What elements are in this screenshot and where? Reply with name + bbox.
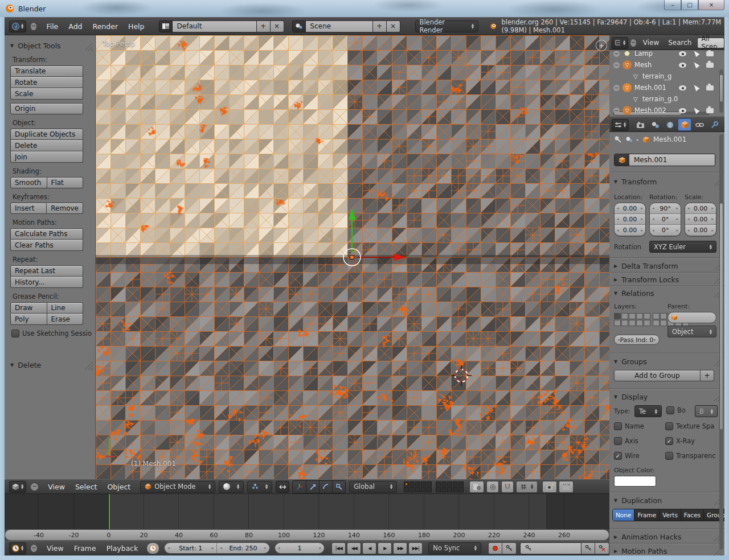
scale-gizmo-icon[interactable] [332, 481, 345, 493]
duplication-faces-option[interactable]: Faces [681, 509, 704, 521]
relations-panel-header[interactable]: ▼ Relations [609, 287, 724, 299]
tab-constraints[interactable] [693, 118, 706, 131]
tab-object[interactable] [678, 118, 691, 131]
scene-icon[interactable] [292, 20, 306, 32]
repeat-last-button[interactable]: Repeat Last [10, 265, 83, 277]
previous-keyframe-button[interactable]: ◀◀ [347, 542, 361, 554]
display-axis-checkbox[interactable]: ✓ Axis [614, 437, 638, 445]
view3d-menu-object[interactable]: Object [102, 483, 136, 491]
object-color-swatch[interactable] [614, 476, 656, 487]
origin-button[interactable]: Origin [10, 103, 83, 114]
view3d-menu-view[interactable]: View [43, 483, 70, 491]
timeline-menu-frame[interactable]: Frame [69, 544, 101, 553]
play-reverse-button[interactable]: ◀ [362, 542, 376, 554]
outliner-row-mesh[interactable]: − ▽ Mesh [609, 59, 724, 71]
tab-world[interactable] [663, 118, 677, 131]
collapse-icon[interactable]: − [613, 85, 620, 91]
smooth-button[interactable]: Smooth [10, 177, 47, 188]
render-opengl-camera-icon[interactable] [542, 481, 557, 493]
gp-poly-button[interactable]: Poly [10, 314, 47, 325]
timeline-ruler[interactable]: -40-200204060801001201401601802002202402… [5, 529, 609, 541]
render-opengl-animation-icon[interactable] [559, 481, 574, 493]
proportional-edit-icon[interactable]: ◎ [486, 481, 499, 493]
add-scene-button[interactable]: + [373, 20, 387, 32]
transform-locks-panel-header[interactable]: ▶ Transform Locks [609, 273, 724, 286]
lock-to-scene-icon[interactable] [469, 481, 484, 493]
editor-type-selector[interactable]: ▲▼ [9, 542, 26, 554]
delta-transform-panel-header[interactable]: ▶ Delta Transform [609, 260, 724, 272]
scale-button[interactable]: Scale [10, 88, 83, 100]
scale-y-field[interactable]: 0.00 [685, 214, 716, 225]
collapse-menus-icon[interactable]: − [31, 23, 36, 30]
properties-scrollbar[interactable] [719, 134, 723, 550]
renderability-camera-icon[interactable] [706, 63, 714, 68]
rotate-gizmo-icon[interactable] [319, 481, 332, 493]
menu-help[interactable]: Help [123, 22, 150, 31]
add-layout-button[interactable]: + [257, 20, 271, 32]
close-button[interactable]: × [698, 0, 724, 10]
gp-draw-button[interactable]: Draw [10, 302, 47, 314]
remove-keyframe-button[interactable]: Remove [47, 203, 83, 214]
outliner-row-mesh-001[interactable]: − ▽ Mesh.001 [609, 82, 724, 93]
scale-x-field[interactable]: 0.00 [685, 203, 716, 214]
visibility-eye-icon[interactable] [679, 51, 686, 56]
translate-gizmo-icon[interactable] [306, 481, 319, 493]
display-texture-space-checkbox[interactable]: ✓ Texture Spa [665, 422, 714, 430]
motion-paths-panel-header[interactable]: ▶ Motion Paths [609, 545, 724, 555]
pin-icon[interactable] [614, 135, 622, 143]
menu-render[interactable]: Render [88, 22, 124, 31]
show-properties-region-button[interactable]: + [596, 40, 607, 51]
titlebar[interactable]: Blender – □ × [0, 0, 729, 17]
history-button[interactable]: History... [10, 277, 83, 288]
viewport-3d[interactable]: Top Persp (1) Mesh.001 + [96, 35, 609, 479]
insert-keyframe-icon[interactable] [581, 542, 595, 554]
current-frame-field[interactable]: 1 [275, 543, 325, 553]
visibility-eye-icon[interactable] [679, 85, 686, 90]
translate-manipulator[interactable] [301, 195, 415, 274]
start-frame-field[interactable]: Start: 1 [165, 543, 217, 553]
collapse-menus-icon[interactable]: − [31, 483, 38, 491]
outliner-row-terrain-g[interactable]: ▽ terrain_g [609, 71, 724, 82]
parent-object-field[interactable] [667, 312, 716, 323]
layers-grid-left[interactable] [614, 313, 650, 326]
selectability-cursor-icon[interactable] [692, 106, 699, 114]
calculate-paths-button[interactable]: Calculate Paths [10, 228, 83, 240]
scene-icon[interactable] [625, 136, 633, 143]
layout-name-field[interactable]: Default [173, 20, 257, 32]
menu-add[interactable]: Add [63, 22, 87, 31]
selectability-cursor-icon[interactable] [692, 50, 699, 57]
groups-panel-header[interactable]: ▼ Groups [609, 355, 724, 368]
outliner-menu-search[interactable]: Search [664, 39, 696, 47]
axis-gizmo-icon[interactable] [293, 481, 306, 493]
outliner-menu-view[interactable]: View [638, 39, 664, 47]
delete-button[interactable]: Delete [10, 140, 83, 151]
location-z-field[interactable]: 0.00 [615, 225, 645, 236]
visibility-eye-icon[interactable] [679, 63, 686, 68]
renderability-camera-icon[interactable] [706, 108, 714, 113]
viewport-layers-grid-left[interactable] [404, 481, 432, 492]
display-panel-header[interactable]: ▼ Display [609, 390, 724, 403]
join-button[interactable]: Join [10, 151, 83, 163]
clear-paths-button[interactable]: Clear Paths [10, 240, 83, 251]
rotation-mode-dropdown[interactable]: XYZ Euler ▲▼ [649, 241, 716, 253]
collapse-icon[interactable]: − [613, 51, 620, 57]
tab-scene[interactable] [648, 118, 662, 131]
maximize-button[interactable]: □ [681, 0, 698, 10]
editor-type-selector[interactable]: ▲▼ [612, 119, 629, 131]
outliner-scope-dropdown[interactable]: All Scen [697, 38, 724, 48]
collapse-icon[interactable]: − [613, 108, 620, 114]
object-tools-panel-header[interactable]: ▼ Object Tools [5, 40, 95, 51]
outliner-row-mesh-002[interactable]: − ▽ Mesh.002 [609, 105, 724, 116]
pivot-point-dropdown[interactable]: ▲▼ [247, 481, 272, 493]
display-type-dropdown[interactable]: Te ▲▼ [634, 405, 662, 417]
rotation-z-field[interactable]: 0° [650, 225, 681, 236]
scale-z-field[interactable]: 0.00 [685, 225, 716, 236]
breadcrumb-object-name[interactable]: Mesh.001 [653, 135, 686, 143]
location-x-field[interactable]: 0.00 [615, 203, 645, 214]
duplication-none-option[interactable]: None [613, 509, 634, 521]
tab-render[interactable] [633, 118, 647, 131]
keying-mode-icon[interactable] [502, 542, 517, 554]
flat-button[interactable]: Flat [47, 177, 84, 188]
add-to-group-button[interactable]: Add to Group [614, 370, 701, 381]
timeline-band[interactable] [5, 494, 609, 529]
